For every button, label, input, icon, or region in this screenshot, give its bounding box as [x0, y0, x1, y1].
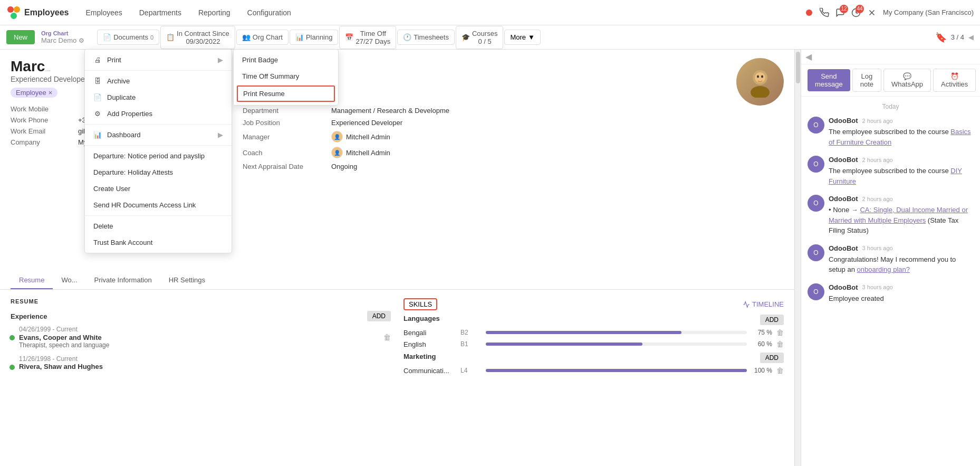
timeline-label: TIMELINE	[752, 300, 784, 308]
more-button[interactable]: More ▼	[504, 30, 541, 45]
breadcrumb-title: Org Chart	[41, 30, 84, 36]
org-chart-btn[interactable]: 👥 Org Chart	[236, 30, 289, 45]
exp-date-0: 04/26/1999 - Current	[19, 326, 391, 333]
send-message-btn[interactable]: Send message	[808, 69, 850, 91]
bookmark-icon[interactable]: 🔖	[935, 32, 947, 43]
msg-link-3[interactable]: onboarding plan?	[857, 265, 910, 273]
nav-employees[interactable]: Employees	[77, 0, 130, 25]
breadcrumb: Org Chart Marc Demo ⚙	[41, 30, 84, 44]
dropdown-send-hr[interactable]: Send HR Documents Access Link	[85, 197, 232, 213]
activity-icon-btn[interactable]: 44	[851, 8, 861, 17]
exp-delete-0[interactable]: 🗑	[383, 333, 391, 341]
timeline-link[interactable]: TIMELINE	[743, 300, 784, 308]
whatsapp-btn[interactable]: 💬 WhatsApp	[883, 69, 931, 92]
time-off-btn[interactable]: 📅 Time Off27/27 Days	[339, 26, 396, 49]
tab-private[interactable]: Private Information	[86, 272, 160, 289]
documents-btn[interactable]: 📄 Documents 0	[97, 30, 159, 45]
chat-msg-0: O OdooBot 2 hours ago The employee subsc…	[808, 117, 974, 147]
marketing-add-btn[interactable]: ADD	[760, 353, 784, 363]
sub-print-badge[interactable]: Print Badge	[234, 52, 338, 68]
sub-print-resume[interactable]: Print Resume	[237, 85, 335, 102]
nav-departments[interactable]: Departments	[131, 0, 190, 25]
gear-icon[interactable]: ⚙	[79, 37, 84, 44]
doc-icon: 📄	[103, 33, 111, 41]
msg-sender-2: OdooBot	[829, 195, 858, 203]
dropdown-delete[interactable]: Delete	[85, 218, 232, 234]
print-label: Print	[107, 56, 121, 64]
courses-btn[interactable]: 🎓 Courses0 / 5	[456, 26, 503, 49]
right-panel-toolbar: Send message Log note 💬 WhatsApp ⏰ Activ…	[801, 64, 980, 97]
nav-reporting[interactable]: Reporting	[190, 0, 239, 25]
skill-group-marketing: Marketing ADD	[403, 353, 784, 363]
timesheets-btn[interactable]: 🕐 Timesheets	[397, 30, 455, 45]
prev-icon[interactable]: ◀	[968, 33, 974, 41]
msg-content-3: OdooBot 3 hours ago Congratulations! May…	[829, 244, 974, 275]
skill-level-english: B1	[460, 340, 482, 348]
planning-icon: 📊	[295, 33, 304, 41]
phone-icon-btn[interactable]	[820, 8, 829, 17]
planning-btn[interactable]: 📊 Planning	[290, 30, 339, 45]
tag-remove-icon[interactable]: ×	[49, 89, 53, 97]
skill-pct-bengali: 75 %	[751, 329, 772, 336]
svg-point-11	[761, 75, 763, 78]
exp-role-0: Therapist, speech and language	[19, 341, 391, 349]
skill-del-english[interactable]: 🗑	[776, 340, 784, 348]
toolbar: New Org Chart Marc Demo ⚙ 📄 Documents 0 …	[0, 25, 980, 50]
dropdown-archive[interactable]: 🗄 Archive	[85, 73, 232, 89]
tab-hr-settings[interactable]: HR Settings	[160, 272, 214, 289]
sub-time-off-summary[interactable]: Time Off Summary	[234, 68, 338, 84]
dept-value: Management / Research & Developme	[331, 107, 517, 115]
top-nav-right: 12 44 My Company (San Francisco)	[805, 8, 974, 17]
timesheets-icon: 🕐	[403, 33, 411, 41]
collapse-icon[interactable]: ◀	[805, 52, 812, 62]
departure-2-label: Departure: Holiday Attests	[93, 168, 173, 176]
experience-add-btn[interactable]: ADD	[367, 311, 391, 321]
duplicate-label: Duplicate	[107, 93, 136, 101]
print-icon: 🖨	[93, 56, 102, 64]
archive-icon: 🗄	[93, 77, 102, 85]
skills-tab[interactable]: SKILLS	[403, 298, 437, 310]
dropdown-departure-2[interactable]: Departure: Holiday Attests	[85, 164, 232, 180]
duplicate-icon: 📄	[93, 93, 102, 101]
new-button[interactable]: New	[6, 30, 35, 44]
dropdown-dashboard[interactable]: 📊 Dashboard ▶	[85, 127, 232, 143]
dropdown-duplicate[interactable]: 📄 Duplicate	[85, 89, 232, 106]
activities-icon: ⏰	[950, 72, 959, 80]
log-note-btn[interactable]: Log note	[852, 69, 881, 92]
msg-text-3: Congratulations! May I recommend you to …	[829, 254, 974, 275]
timesheets-label: Timesheets	[414, 33, 449, 41]
manager-value: 👤 Mitchell Admin	[331, 131, 517, 142]
activities-btn[interactable]: ⏰ Activities	[933, 69, 976, 92]
skills-col: SKILLS TIMELINE Languages ADD Bengali B2	[403, 298, 784, 378]
tab-work[interactable]: Wo...	[53, 272, 85, 289]
dropdown-add-properties[interactable]: ⚙ Add Properties	[85, 106, 232, 122]
chat-icon-btn[interactable]: 12	[835, 8, 845, 17]
scrollbar[interactable]	[794, 50, 801, 466]
skill-del-comm[interactable]: 🗑	[776, 366, 784, 375]
svg-point-0	[7, 6, 14, 13]
languages-add-btn[interactable]: ADD	[760, 315, 784, 325]
tab-resume[interactable]: Resume	[11, 272, 53, 289]
skill-del-bengali[interactable]: 🗑	[776, 328, 784, 337]
skill-bar-bg-english	[486, 343, 747, 346]
separator-4	[85, 215, 232, 216]
dropdown-trust-bank[interactable]: Trust Bank Account	[85, 234, 232, 251]
nav-configuration[interactable]: Configuration	[239, 0, 300, 25]
status-dot[interactable]	[805, 8, 813, 17]
trust-bank-label: Trust Bank Account	[93, 239, 152, 246]
dashboard-icon: 📊	[93, 131, 102, 139]
settings-icon-btn[interactable]	[867, 8, 877, 17]
dropdown-departure-1[interactable]: Departure: Notice period and payslip	[85, 148, 232, 164]
resume-item-0: 04/26/1999 - Current Evans, Cooper and W…	[19, 326, 391, 349]
in-contract-btn[interactable]: 📋 In Contract Since09/30/2022	[160, 26, 235, 49]
dropdown-print[interactable]: 🖨 Print ▶	[85, 52, 232, 68]
skill-bar-bg-bengali	[486, 331, 747, 334]
resume-col: RESUME Experience ADD 04/26/1999 - Curre…	[11, 298, 391, 378]
search-icon[interactable]: 🔍	[978, 73, 980, 88]
today-label: Today	[808, 103, 974, 110]
more-chevron-icon: ▼	[528, 33, 535, 41]
separator-2	[85, 124, 232, 125]
svg-point-8	[751, 86, 770, 98]
dropdown-create-user[interactable]: Create User	[85, 180, 232, 197]
skill-row-english: English B1 60 % 🗑	[403, 340, 784, 348]
